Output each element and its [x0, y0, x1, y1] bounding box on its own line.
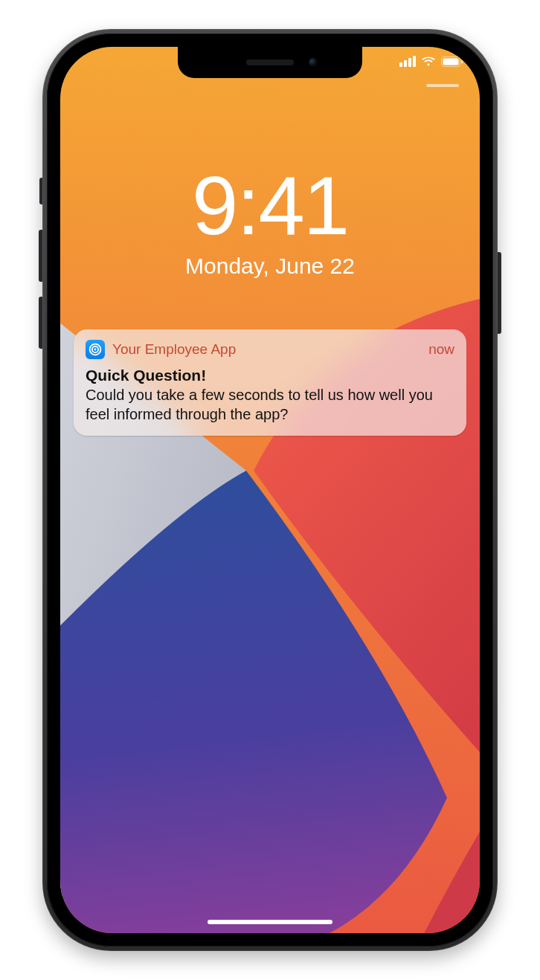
lock-time: 9:41 [60, 164, 480, 248]
svg-point-6 [94, 349, 97, 351]
cellular-signal-icon [399, 56, 416, 67]
lock-date: Monday, June 22 [60, 254, 480, 279]
lock-screen-indicator-line [426, 84, 459, 87]
notification-body: Could you take a few seconds to tell us … [86, 386, 454, 424]
device-notch [178, 47, 362, 78]
notification-header: Your Employee App now [86, 340, 454, 359]
notification-card[interactable]: Your Employee App now Quick Question! Co… [74, 329, 466, 436]
battery-icon [441, 57, 463, 67]
home-indicator[interactable] [208, 920, 332, 924]
earpiece-speaker [246, 59, 294, 65]
notification-time-label: now [428, 341, 454, 358]
notification-app-name: Your Employee App [112, 341, 428, 358]
svg-rect-2 [443, 58, 459, 65]
front-camera [309, 58, 318, 67]
wifi-icon [421, 56, 436, 67]
notification-title: Quick Question! [86, 367, 454, 384]
lock-clock: 9:41 Monday, June 22 [60, 164, 480, 279]
status-bar [399, 56, 463, 67]
notification-app-icon [86, 340, 105, 359]
stage: 9:41 Monday, June 22 Your Employee App n… [0, 0, 540, 980]
svg-rect-3 [461, 59, 463, 63]
screen[interactable]: 9:41 Monday, June 22 Your Employee App n… [60, 47, 480, 933]
phone-device-mockup: 9:41 Monday, June 22 Your Employee App n… [42, 29, 498, 951]
